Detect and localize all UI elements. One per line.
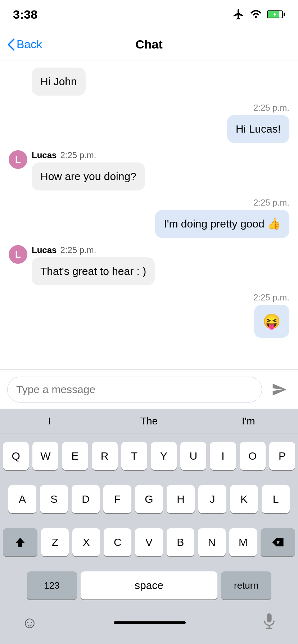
key-p[interactable]: P: [269, 442, 295, 470]
key-i[interactable]: I: [210, 442, 236, 470]
key-z[interactable]: Z: [41, 528, 69, 556]
send-button[interactable]: [268, 378, 291, 401]
sender-info: Lucas 2:25 p.m.: [32, 150, 96, 160]
shift-key[interactable]: [3, 528, 37, 556]
key-b[interactable]: B: [167, 528, 194, 556]
key-row-3: Z X C V B N M: [3, 528, 295, 556]
key-w[interactable]: W: [32, 442, 58, 470]
key-l[interactable]: L: [262, 485, 290, 513]
bubble-container: 2:25 p.m. 😝: [253, 293, 289, 338]
svg-rect-1: [267, 613, 271, 622]
key-row-2: A S D F G H J K L: [3, 485, 295, 513]
message-input[interactable]: [7, 377, 262, 402]
status-icons: [232, 8, 285, 20]
keyboard-suggestions: I The I'm: [0, 409, 298, 433]
key-a[interactable]: A: [8, 485, 36, 513]
avatar: L: [9, 245, 27, 264]
mic-button[interactable]: [262, 613, 276, 632]
message-bubble: Hi Lucas!: [227, 115, 289, 143]
back-label: Back: [17, 38, 42, 51]
return-key[interactable]: return: [221, 571, 271, 599]
message-bubble: That's great to hear : ): [32, 257, 155, 285]
message-row: Hi John: [9, 68, 289, 96]
key-row-1: Q W E R T Y U I O P: [3, 442, 295, 470]
home-indicator: [114, 621, 186, 624]
message-bubble: How are you doing?: [32, 162, 145, 190]
key-y[interactable]: Y: [151, 442, 177, 470]
airplane-icon: [232, 8, 245, 20]
key-c[interactable]: C: [104, 528, 131, 556]
suggestion-3[interactable]: I'm: [199, 413, 298, 430]
key-f[interactable]: F: [103, 485, 131, 513]
status-bar: 3:38: [0, 0, 298, 29]
input-area: [0, 369, 298, 409]
back-button[interactable]: Back: [7, 38, 42, 51]
message-bubble: I'm doing pretty good 👍: [155, 210, 289, 238]
key-j[interactable]: J: [198, 485, 226, 513]
backspace-icon: [272, 538, 284, 547]
wifi-icon: [249, 8, 263, 20]
shift-icon: [15, 537, 26, 548]
key-d[interactable]: D: [72, 485, 100, 513]
keyboard-keys: Q W E R T Y U I O P A S D F G H J K L: [0, 433, 298, 608]
message-row: 2:25 p.m. 😝: [9, 293, 289, 338]
avatar: L: [9, 150, 27, 169]
key-x[interactable]: X: [72, 528, 100, 556]
message-time: 2:25 p.m.: [60, 150, 96, 160]
key-row-4: 123 space return: [3, 571, 295, 599]
bubble-container: 2:25 p.m. I'm doing pretty good 👍: [155, 198, 289, 238]
sender-info: Lucas 2:25 p.m.: [32, 245, 96, 255]
mic-icon: [262, 613, 276, 631]
bubble-container: Lucas 2:25 p.m. That's great to hear : ): [32, 245, 155, 285]
message-time: 2:25 p.m.: [253, 103, 289, 113]
nav-bar: Back Chat: [0, 29, 298, 60]
status-time: 3:38: [13, 8, 37, 22]
suggestion-2[interactable]: The: [99, 413, 199, 430]
message-time: 2:25 p.m.: [253, 293, 289, 303]
key-s[interactable]: S: [40, 485, 68, 513]
bottom-bar: ☺: [0, 608, 298, 644]
message-time: 2:25 p.m.: [60, 245, 96, 255]
send-icon: [271, 382, 287, 397]
numbers-key[interactable]: 123: [27, 571, 77, 599]
key-q[interactable]: Q: [3, 442, 29, 470]
sender-name: Lucas: [32, 150, 57, 160]
backspace-key[interactable]: [261, 528, 295, 556]
key-m[interactable]: M: [229, 528, 257, 556]
emoji-button[interactable]: ☺: [22, 613, 38, 631]
bubble-container: Hi John: [32, 68, 86, 96]
message-bubble: Hi John: [32, 68, 86, 96]
suggestion-1[interactable]: I: [0, 413, 99, 430]
key-u[interactable]: U: [180, 442, 206, 470]
key-h[interactable]: H: [167, 485, 195, 513]
space-key[interactable]: space: [81, 571, 217, 599]
keyboard: I The I'm Q W E R T Y U I O P A S D F G …: [0, 409, 298, 608]
message-bubble: 😝: [254, 305, 289, 338]
bubble-container: 2:25 p.m. Hi Lucas!: [227, 103, 289, 143]
bubble-container: Lucas 2:25 p.m. How are you doing?: [32, 150, 145, 190]
key-o[interactable]: O: [240, 442, 266, 470]
chat-area: Hi John 2:25 p.m. Hi Lucas! L Lucas 2:25…: [0, 60, 298, 369]
message-row: L Lucas 2:25 p.m. How are you doing?: [9, 150, 289, 190]
key-r[interactable]: R: [92, 442, 118, 470]
message-row: 2:25 p.m. Hi Lucas!: [9, 103, 289, 143]
key-n[interactable]: N: [198, 528, 226, 556]
sender-name: Lucas: [32, 245, 57, 255]
message-row: L Lucas 2:25 p.m. That's great to hear :…: [9, 245, 289, 285]
message-row: 2:25 p.m. I'm doing pretty good 👍: [9, 198, 289, 238]
key-g[interactable]: G: [135, 485, 163, 513]
message-time: 2:25 p.m.: [253, 198, 289, 208]
key-k[interactable]: K: [230, 485, 258, 513]
back-chevron-icon: [7, 38, 15, 51]
svg-marker-0: [274, 12, 276, 17]
key-t[interactable]: T: [121, 442, 147, 470]
key-v[interactable]: V: [135, 528, 163, 556]
battery-icon: [267, 10, 285, 18]
nav-title: Chat: [135, 37, 163, 51]
key-e[interactable]: E: [62, 442, 88, 470]
